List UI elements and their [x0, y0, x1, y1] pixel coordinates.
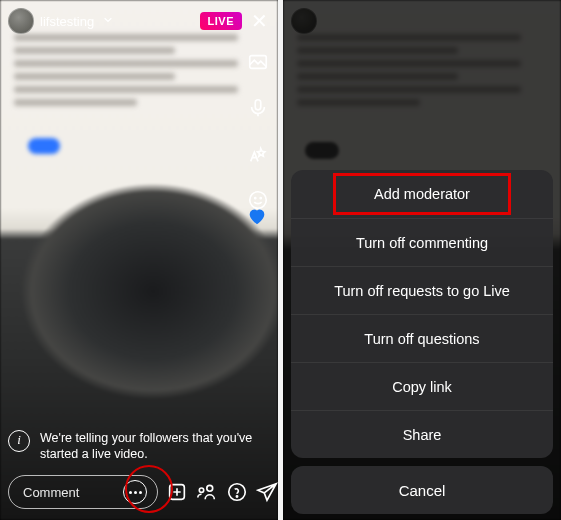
- comment-input[interactable]: Comment: [8, 475, 158, 509]
- image-icon[interactable]: [244, 48, 272, 76]
- send-icon[interactable]: [256, 479, 278, 505]
- sheet-item-turn-off-commenting[interactable]: Turn off commenting: [291, 218, 553, 266]
- toast-text: We're telling your followers that you've…: [40, 430, 270, 463]
- sheet-item-label: Turn off commenting: [356, 235, 488, 251]
- blurred-content: [14, 28, 238, 178]
- live-broadcast-screen: lifstesting LIVE ✕ i We're telling your …: [0, 0, 278, 520]
- invite-guest-icon[interactable]: [196, 479, 218, 505]
- action-sheet-group: Add moderator Turn off commenting Turn o…: [291, 170, 553, 458]
- sheet-item-label: Copy link: [392, 379, 452, 395]
- top-bar: lifstesting LIVE ✕: [0, 6, 278, 36]
- svg-point-7: [200, 488, 204, 492]
- live-badge: LIVE: [200, 12, 242, 30]
- comment-placeholder: Comment: [23, 485, 79, 500]
- sheet-item-label: Cancel: [399, 482, 446, 499]
- effects-icon[interactable]: [244, 140, 272, 168]
- sheet-item-turn-off-questions[interactable]: Turn off questions: [291, 314, 553, 362]
- sheet-item-label: Turn off requests to go Live: [334, 283, 510, 299]
- sheet-item-label: Share: [403, 427, 442, 443]
- microphone-icon[interactable]: [244, 94, 272, 122]
- question-icon[interactable]: [226, 479, 248, 505]
- svg-point-4: [260, 198, 261, 199]
- info-icon: i: [8, 430, 30, 452]
- sheet-item-label: Add moderator: [374, 186, 470, 202]
- sheet-item-share[interactable]: Share: [291, 410, 553, 458]
- username-label[interactable]: lifstesting: [40, 14, 94, 29]
- avatar[interactable]: [8, 8, 34, 34]
- heart-icon: [246, 205, 268, 227]
- live-start-toast: i We're telling your followers that you'…: [8, 430, 270, 463]
- sheet-item-add-moderator[interactable]: Add moderator: [291, 170, 553, 218]
- sheet-item-copy-link[interactable]: Copy link: [291, 362, 553, 410]
- add-media-icon[interactable]: [166, 479, 188, 505]
- more-icon[interactable]: [123, 480, 147, 504]
- svg-point-3: [255, 198, 256, 199]
- bottom-bar: Comment: [0, 470, 278, 514]
- close-icon[interactable]: ✕: [248, 9, 270, 33]
- svg-point-9: [237, 496, 238, 497]
- action-sheet: Add moderator Turn off commenting Turn o…: [291, 170, 553, 514]
- sheet-item-turn-off-requests[interactable]: Turn off requests to go Live: [291, 266, 553, 314]
- right-action-rail: [244, 48, 272, 214]
- sheet-item-label: Turn off questions: [364, 331, 479, 347]
- more-options-sheet-screen: Add moderator Turn off commenting Turn o…: [283, 0, 561, 520]
- svg-rect-1: [255, 100, 261, 110]
- sheet-cancel-button[interactable]: Cancel: [291, 466, 553, 514]
- chevron-down-icon[interactable]: [102, 12, 114, 30]
- svg-point-6: [207, 485, 213, 491]
- blurred-pill: [28, 138, 60, 154]
